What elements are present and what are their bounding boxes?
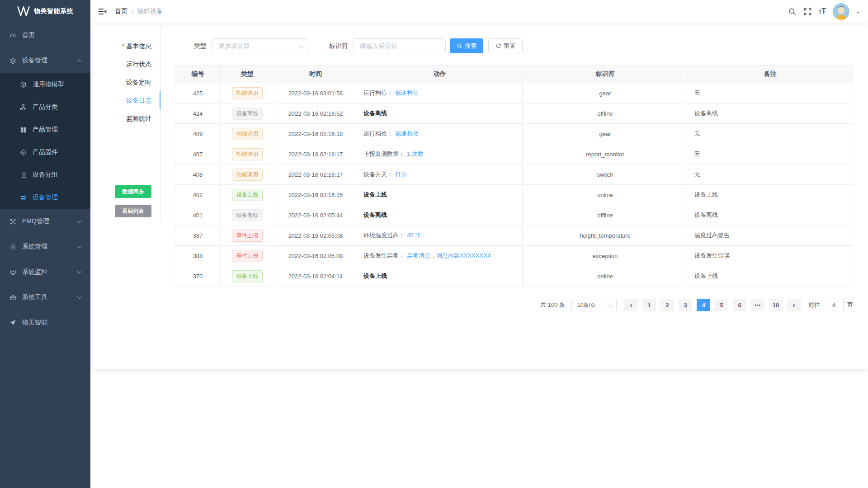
cell-time: 2022-03-16 02:04:14 [274, 266, 357, 286]
table-row: 370 设备上线 2022-03-16 02:04:14 设备上线 online… [175, 266, 853, 286]
pager-page-button[interactable]: 10 [769, 299, 783, 311]
pager-next-button[interactable]: › [787, 299, 801, 311]
sidebar-item-product-category[interactable]: 产品分类 [0, 96, 90, 118]
fullscreen-icon[interactable] [803, 7, 812, 16]
pager-prev-button[interactable]: ‹ [624, 299, 638, 311]
app-logo[interactable]: 物美智能系统 [0, 0, 90, 23]
cell-identifier: gear [523, 83, 688, 103]
identifier-filter-label: 标识符 [329, 42, 348, 50]
pager-page-button[interactable]: 3 [679, 299, 692, 311]
cell-time: 2022-03-16 02:16:18 [274, 124, 357, 144]
sidebar-item-home[interactable]: 首页 [0, 23, 90, 48]
cell-remark: 无 [688, 124, 853, 144]
action-link[interactable]: 异常消息，消息内容XXXXXXXX [407, 252, 491, 259]
font-size-icon[interactable]: TT [819, 8, 826, 15]
pagination: 共 100 条 10条/页 ‹ 123456•••10 › 前往 页 [175, 299, 853, 311]
pager-page-button[interactable]: 1 [642, 299, 656, 311]
data-sync-button[interactable]: 数据同步 [115, 185, 151, 198]
sidebar-item-product-mgmt[interactable]: 产品管理 [0, 118, 90, 141]
col-id: 编号 [175, 66, 221, 83]
tab-run-status[interactable]: 运行状态 [93, 55, 160, 73]
cell-remark: 设备上线 [688, 266, 853, 286]
firmware-icon [20, 149, 27, 156]
sidebar-item-product-firmware[interactable]: 产品固件 [0, 141, 90, 164]
cell-identifier: exception [523, 246, 688, 266]
sidebar-item-device-group[interactable]: 设备分组 [0, 164, 90, 186]
cell-type: 功能调用 [221, 83, 274, 103]
cell-remark: 温度过高警告 [688, 225, 853, 246]
tab-monitor-stats[interactable]: 监测统计 [93, 109, 160, 127]
cell-type: 设备上线 [221, 185, 274, 205]
type-tag: 事件上报 [232, 250, 263, 262]
cell-action: 运行档位：高速档位 [357, 124, 523, 144]
pager-ellipsis[interactable]: ••• [751, 299, 764, 311]
app-title: 物美智能系统 [34, 7, 73, 15]
avatar[interactable] [833, 3, 849, 20]
sidebar-item-system-tools[interactable]: 系统工具 [0, 285, 90, 310]
device-mgmt-submenu: 通用物模型 产品分类 产品管理 产品固件 [0, 73, 90, 209]
sidebar-item-label: 产品管理 [33, 126, 58, 134]
sidebar-item-wumei[interactable]: 物美智能 [0, 310, 90, 335]
table-row: 409 功能调用 2022-03-16 02:16:18 运行档位：高速档位 g… [175, 124, 853, 144]
pager-page-button[interactable]: 4 [697, 299, 710, 311]
cell-identifier: online [523, 185, 688, 205]
reset-button[interactable]: 重置 [488, 38, 523, 53]
search-icon[interactable] [788, 7, 797, 16]
cell-action: 运行档位：低速档位 [357, 83, 523, 103]
cell-type: 事件上报 [221, 246, 274, 266]
action-link[interactable]: 高速档位 [395, 130, 419, 137]
search-button[interactable]: 搜索 [450, 38, 483, 53]
sidebar-item-label: 系统管理 [22, 243, 47, 251]
grid-icon [20, 126, 27, 133]
sidebar-item-thing-model[interactable]: 通用物模型 [0, 73, 90, 96]
table-row: 407 功能调用 2022-03-16 02:16:17 上报监测数据：1 次数… [175, 144, 853, 164]
pager-page-button[interactable]: 6 [733, 299, 746, 311]
tab-device-timer[interactable]: 设备定时 [93, 73, 160, 91]
breadcrumb: 首页 / 编辑设备 [115, 7, 163, 15]
action-link[interactable]: 打开 [395, 171, 407, 178]
action-link[interactable]: 40 ℃ [407, 232, 422, 239]
type-tag: 功能调用 [232, 87, 263, 99]
identifier-input-box[interactable] [354, 38, 446, 53]
chevron-down-icon [299, 44, 304, 48]
back-to-list-button[interactable]: 返回列表 [115, 205, 151, 217]
sidebar-item-device-list[interactable]: 设备管理 [0, 186, 90, 209]
action-link[interactable]: 1 次数 [407, 150, 424, 157]
action-link[interactable]: 低速档位 [395, 89, 419, 96]
sidebar-fold-icon[interactable] [98, 7, 107, 16]
sidebar-item-system-monitor[interactable]: 系统监控 [0, 259, 90, 285]
sidebar-item-label: 设备分组 [33, 171, 58, 179]
breadcrumb-home-link[interactable]: 首页 [115, 7, 127, 15]
paper-plane-icon [9, 319, 17, 326]
pager-page-button[interactable]: 2 [660, 299, 674, 311]
cell-id: 401 [175, 205, 221, 225]
goto-suffix: 页 [847, 301, 853, 309]
table-row: 401 设备离线 2022-03-16 02:05:44 设备离线 offlin… [175, 205, 853, 225]
sidebar-item-label: 设备管理 [22, 56, 47, 65]
sidebar-item-label: 产品分类 [33, 103, 58, 111]
sidebar-item-label: 系统工具 [22, 293, 47, 301]
cell-time: 2022-03-16 02:16:17 [274, 164, 357, 185]
table-row: 408 功能调用 2022-03-16 02:16:17 设备开关：打开 swi… [175, 164, 853, 185]
caret-down-icon[interactable] [856, 12, 860, 15]
tab-device-log[interactable]: 设备日志 [93, 91, 160, 109]
cell-identifier: offline [523, 205, 688, 225]
sidebar-item-device-mgmt[interactable]: 设备管理 [0, 48, 90, 73]
cell-time: 2022-03-16 02:05:08 [274, 225, 357, 246]
identifier-input[interactable] [359, 42, 434, 50]
cell-time: 2022-03-16 03:01:56 [274, 83, 357, 103]
pager-page-button[interactable]: 5 [715, 299, 728, 311]
log-panel: 类型 标识符 搜索 重置 [160, 26, 868, 369]
table-row: 424 设备离线 2022-03-16 02:16:52 设备离线 offlin… [175, 103, 853, 124]
cell-type: 功能调用 [221, 164, 274, 185]
pager-pages: 123456•••10 [640, 299, 785, 311]
type-select-input[interactable] [218, 42, 296, 50]
page-size-select[interactable]: 10条/页 [571, 299, 617, 311]
cell-type: 设备离线 [221, 103, 274, 124]
tab-basic-info[interactable]: * 基本信息 [93, 37, 160, 55]
type-select[interactable] [212, 38, 308, 53]
sidebar-item-emq[interactable]: EMQ管理 [0, 209, 90, 234]
goto-page-input[interactable] [824, 299, 844, 311]
table-row: 425 功能调用 2022-03-16 03:01:56 运行档位：低速档位 g… [175, 83, 853, 103]
sidebar-item-system-mgmt[interactable]: 系统管理 [0, 234, 90, 259]
